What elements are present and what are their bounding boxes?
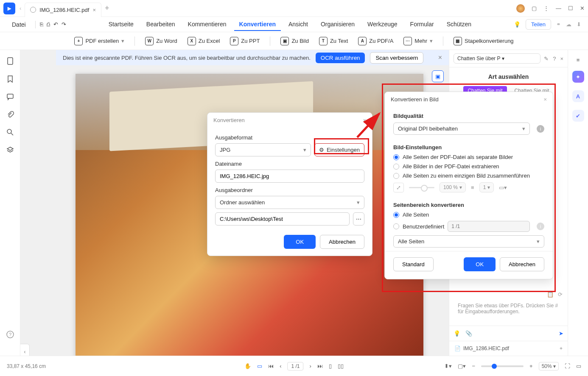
folder-select[interactable]: Ordner auswählen▾: [215, 196, 364, 209]
folder-path-input[interactable]: [215, 212, 350, 226]
fit-width-icon[interactable]: ⬍▾: [444, 363, 452, 369]
prev-page-icon[interactable]: ‹: [280, 363, 281, 369]
document-tab[interactable]: IMG_1286.HEIC.pdf ×: [25, 3, 101, 17]
menu-kommentieren[interactable]: Kommentieren: [183, 18, 232, 31]
selection-tool-icon[interactable]: ▣: [432, 70, 444, 82]
kebab-icon[interactable]: ⋮: [543, 5, 549, 11]
share-button[interactable]: Teilen: [526, 19, 551, 30]
menu-schuetzen[interactable]: Schützen: [442, 18, 476, 31]
fit-page-icon[interactable]: ▢▾: [458, 363, 466, 369]
quality-select[interactable]: Original DPI beibehalten▾: [393, 123, 530, 135]
comment-icon[interactable]: [6, 92, 14, 101]
select-tool-icon[interactable]: ▭: [257, 363, 262, 369]
tool-to-text[interactable]: TZu Text: [319, 37, 348, 45]
single-page-icon[interactable]: ▯: [329, 363, 332, 369]
banner-close-icon[interactable]: ×: [438, 54, 442, 61]
panel-help-icon[interactable]: ?: [553, 56, 556, 62]
filename-input[interactable]: [215, 170, 364, 183]
option-merge-single[interactable]: Alle Seiten zu einem einzigen Bild zusam…: [393, 173, 544, 179]
settings-button[interactable]: ⚙Einstellungen: [314, 143, 364, 156]
back-icon[interactable]: ‹: [20, 5, 21, 11]
quality-info-icon[interactable]: i: [537, 125, 544, 133]
help-icon[interactable]: ?: [6, 330, 14, 339]
run-ocr-button[interactable]: OCR ausführen: [316, 53, 365, 63]
tool-pdf-create[interactable]: +PDF erstellen▾: [74, 37, 124, 45]
layers-icon[interactable]: [6, 146, 14, 154]
menu-bearbeiten[interactable]: Bearbeiten: [141, 18, 180, 31]
option-custom-range[interactable]: Benutzerdefiniert i: [393, 221, 544, 232]
menu-organisieren[interactable]: Organisieren: [316, 18, 360, 31]
chat-scope-dropdown[interactable]: Chatten Sie über P▾: [454, 53, 540, 64]
pages-dropdown[interactable]: Alle Seiten▾: [393, 235, 544, 248]
check-icon[interactable]: ✔: [572, 110, 584, 122]
menu-datei[interactable]: Datei: [7, 19, 31, 31]
menu-konvertieren[interactable]: Konvertieren: [234, 18, 281, 31]
panel-close-icon[interactable]: ×: [560, 56, 563, 62]
zoom-in-icon[interactable]: +: [529, 363, 533, 369]
first-page-icon[interactable]: ⏮: [268, 363, 274, 369]
attach-icon[interactable]: [6, 110, 14, 119]
standard-button[interactable]: Standard: [393, 257, 434, 271]
add-tab-button[interactable]: +: [105, 4, 109, 13]
search-icon[interactable]: [6, 128, 14, 136]
two-page-icon[interactable]: ▯▯: [338, 363, 344, 369]
lightbulb-icon[interactable]: 💡: [514, 21, 521, 28]
menu-ansicht[interactable]: Ansicht: [283, 18, 313, 31]
undo-icon[interactable]: ↶: [53, 21, 58, 28]
settings-dialog-close-icon[interactable]: ×: [543, 96, 547, 103]
last-page-icon[interactable]: ⏭: [317, 363, 323, 369]
browse-folder-button[interactable]: ⋯: [353, 212, 364, 226]
menu-formular[interactable]: Formular: [405, 18, 439, 31]
tool-to-pdfa[interactable]: AZu PDF/A: [358, 37, 393, 45]
convert-ok-button[interactable]: OK: [284, 235, 316, 249]
fullscreen-icon[interactable]: ⛶: [565, 363, 570, 369]
attach-file-icon[interactable]: 📎: [465, 330, 472, 337]
maximize-icon[interactable]: ☐: [568, 5, 573, 11]
bookmark-icon[interactable]: [6, 75, 14, 83]
tool-to-word[interactable]: WZu Word: [145, 37, 177, 45]
tool-more[interactable]: ⋯Mehr▾: [403, 37, 433, 45]
option-all-pages[interactable]: Alle Seiten: [393, 212, 544, 218]
tool-batch[interactable]: ▦Stapelkonvertierung: [454, 37, 514, 45]
zoom-out-icon[interactable]: −: [472, 363, 475, 369]
option-extract-images[interactable]: Alle Bilder in der PDF-Datei extrahieren: [393, 163, 544, 170]
link-icon[interactable]: ⚭: [556, 21, 561, 28]
menu-werkzeuge[interactable]: Werkzeuge: [362, 18, 403, 31]
close-tab-icon[interactable]: ×: [92, 7, 96, 13]
format-select[interactable]: JPG▾: [215, 143, 311, 156]
tool-to-ppt[interactable]: PZu PPT: [230, 37, 260, 45]
settings-ok-button[interactable]: OK: [464, 257, 496, 271]
sliders-icon[interactable]: ≡: [577, 57, 580, 63]
print-icon[interactable]: ⎙: [47, 21, 50, 28]
prompt-placeholder[interactable]: Fragen Sie etwas über PDFs. Drücken Sie …: [454, 299, 563, 321]
redo-icon[interactable]: ↷: [62, 21, 66, 28]
improve-scan-button[interactable]: Scan verbessern: [370, 52, 423, 64]
thumbnails-icon[interactable]: [6, 57, 14, 65]
option-separate-pages[interactable]: Alle Seiten der PDF-Datei als separate B…: [393, 154, 544, 160]
zoom-slider[interactable]: [481, 365, 524, 367]
cloud-icon[interactable]: ☁: [566, 21, 571, 28]
minimize-icon[interactable]: —: [556, 5, 561, 11]
zoom-value[interactable]: 50% ▾: [539, 362, 559, 370]
tool-to-image[interactable]: ▣Zu Bild: [280, 37, 308, 45]
download-icon[interactable]: ⬇: [577, 21, 581, 28]
clipboard-icon[interactable]: 📋: [547, 291, 554, 298]
settings-cancel-button[interactable]: Abbrechen: [500, 257, 544, 271]
hand-tool-icon[interactable]: ✋: [244, 363, 251, 369]
translate-icon[interactable]: A: [572, 90, 584, 102]
notes-icon[interactable]: ▢: [532, 5, 537, 11]
read-mode-icon[interactable]: ▭: [576, 363, 581, 369]
convert-cancel-button[interactable]: Abbrechen: [320, 235, 364, 249]
range-info-icon[interactable]: i: [537, 223, 544, 230]
close-window-icon[interactable]: ✕: [580, 5, 585, 11]
history-icon[interactable]: ⟳: [558, 291, 563, 298]
new-chat-icon[interactable]: ✎: [544, 56, 549, 62]
hint-icon[interactable]: 💡: [454, 330, 460, 337]
tool-to-excel[interactable]: XZu Excel: [188, 37, 220, 45]
ai-assistant-icon[interactable]: ✦: [572, 71, 584, 83]
save-icon[interactable]: ⎘: [40, 21, 43, 28]
page-indicator[interactable]: 1 /1: [287, 362, 303, 370]
menu-startseite[interactable]: Startseite: [104, 18, 139, 31]
add-file-icon[interactable]: +: [560, 345, 563, 351]
user-avatar[interactable]: [516, 4, 525, 13]
